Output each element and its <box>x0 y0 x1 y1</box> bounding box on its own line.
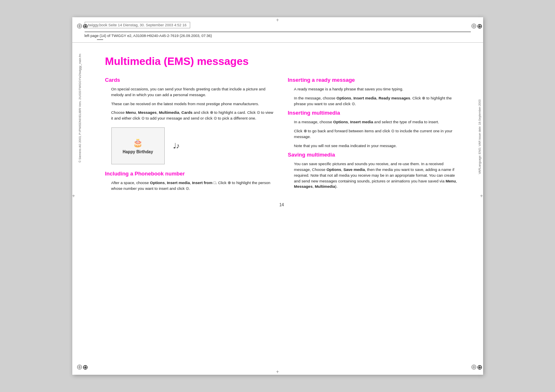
inserting-multimedia-para-1: In a message, choose Options, Insert med… <box>288 119 458 125</box>
cards-para-3: Choose Menu, Messages, Multimedia, Cards… <box>105 110 276 121</box>
inserting-multimedia-para-2: Click ⊕ to go back and forward between i… <box>288 128 458 140</box>
right-column: Inserting a ready message A ready messag… <box>288 77 458 194</box>
ready-message-section: Inserting a ready message A ready messag… <box>288 77 458 106</box>
music-notes: ♩♪ <box>173 141 180 150</box>
phonebook-heading: Including a Phonebook number <box>105 171 276 177</box>
two-column-layout: Cards On special occasions, you can send… <box>105 77 458 194</box>
page-info: left page (14) of TWIGGY e2, A31008-H924… <box>85 34 471 38</box>
page-number: 14 <box>105 203 458 207</box>
cards-section: Cards On special occasions, you can send… <box>105 77 276 164</box>
saving-multimedia-section: Saving multimedia You can save specific … <box>288 152 458 189</box>
reg-mark-bl: ⊕ <box>76 362 85 371</box>
left-column: Cards On special occasions, you can send… <box>105 77 276 194</box>
top-header: twiggy.book Seite 14 Dienstag, 30. Septe… <box>72 17 483 43</box>
main-content: Multimedia (EMS) messages Cards On speci… <box>72 43 483 224</box>
ready-message-para-2: In the message, choose Options, Insert m… <box>288 95 458 107</box>
inserting-multimedia-para-3: Note that you will not see media indicat… <box>288 143 458 149</box>
reg-mark-br: ⊕ <box>471 362 479 371</box>
phonebook-text: After a space, choose Options, Insert me… <box>105 180 276 191</box>
ready-message-para-1: A ready message is a handy phrase that s… <box>288 86 458 92</box>
cards-para-1: On special occasions, you can send your … <box>105 86 276 98</box>
saving-multimedia-heading: Saving multimedia <box>288 152 458 158</box>
book-info: twiggy.book Seite 14 Dienstag, 30. Septe… <box>85 22 191 28</box>
cards-heading: Cards <box>105 77 276 83</box>
phonebook-section: Including a Phonebook number After a spa… <box>105 171 276 191</box>
cards-para-2: These can be received on the latest mode… <box>105 101 276 107</box>
ready-message-heading: Inserting a ready message <box>288 77 458 83</box>
edge-mark-bottom: + <box>276 369 279 375</box>
page-title: Multimedia (EMS) messages <box>105 55 458 68</box>
candles-icon: 🎂 <box>133 138 143 148</box>
inserting-multimedia-section: Inserting multimedia In a message, choos… <box>288 110 458 148</box>
page: ⊕ ⊕ ⊕ ⊕ + + + + © Siemens AG 2003, P:\PN… <box>72 17 483 375</box>
card-image-area: 🎂 Happy Birthday ♩♪ <box>111 127 276 164</box>
saving-multimedia-text: You can save specific pictures and sound… <box>288 161 458 189</box>
inserting-multimedia-heading: Inserting multimedia <box>288 110 458 116</box>
birthday-card: 🎂 Happy Birthday <box>111 127 165 164</box>
card-label: Happy Birthday <box>123 150 153 154</box>
